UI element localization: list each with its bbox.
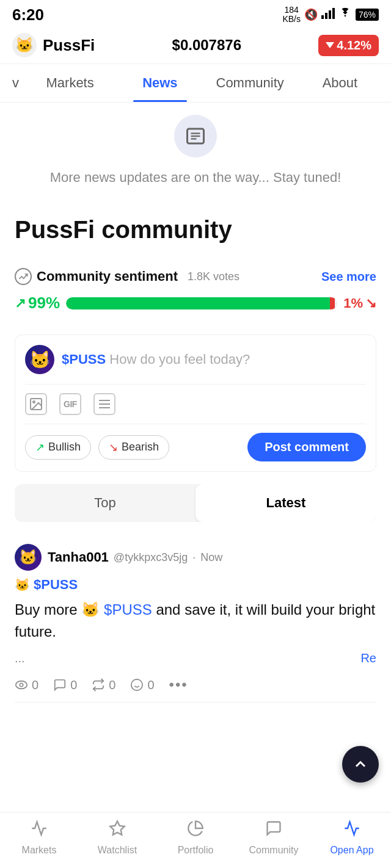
- post-tag: 🐱 $PUSS: [15, 577, 376, 593]
- more-options[interactable]: •••: [169, 676, 188, 693]
- svg-point-15: [131, 679, 142, 690]
- post-avatar: 🐱: [15, 544, 42, 571]
- bearish-icon: ↘: [109, 441, 118, 454]
- post-tools: GIF: [25, 385, 366, 424]
- image-tool-icon[interactable]: [25, 393, 47, 415]
- app-name: PussFi: [43, 36, 95, 55]
- news-empty-icon-area: [0, 103, 391, 164]
- tab-v[interactable]: v: [6, 64, 25, 102]
- sentiment-bar-row: ↗ 99% 1% ↘: [15, 294, 376, 313]
- user-avatar: 🐱: [25, 345, 54, 374]
- svg-rect-3: [332, 8, 335, 19]
- bottom-nav-watchlist[interactable]: Watchlist: [78, 820, 156, 856]
- post-header: 🐱 Tanha001 @tykkpxc3v5jg · Now: [15, 544, 376, 571]
- sentiment-left: Community sentiment 1.8K votes: [15, 268, 239, 285]
- nav-tabs: v Markets News Community About: [0, 64, 391, 103]
- post-placeholder[interactable]: $PUSS How do you feel today?: [62, 352, 366, 367]
- feed-tab-top[interactable]: Top: [15, 484, 196, 522]
- sentiment-fill: [66, 297, 335, 309]
- svg-point-13: [16, 681, 27, 689]
- portfolio-icon: [187, 820, 204, 841]
- bullish-percentage: ↗ 99%: [15, 294, 60, 313]
- svg-point-14: [20, 683, 23, 687]
- tab-community[interactable]: Community: [205, 64, 295, 102]
- logo-icon: 🐱: [12, 33, 37, 57]
- bullish-icon: ↗: [35, 441, 45, 454]
- gif-tool-icon[interactable]: GIF: [59, 393, 81, 415]
- sentiment-bar: [66, 297, 337, 309]
- change-value: 4.12%: [337, 38, 371, 52]
- mute-icon: 🔇: [304, 8, 318, 21]
- signal-icon: [321, 8, 335, 22]
- news-icon: [174, 115, 217, 157]
- svg-rect-2: [329, 10, 331, 19]
- bearish-percentage: 1% ↘: [343, 295, 376, 311]
- see-more-button[interactable]: See more: [321, 270, 376, 284]
- post-time: Now: [200, 551, 222, 564]
- post-meta: Tanha001 @tykkpxc3v5jg · Now: [48, 549, 222, 565]
- bullish-arrow-icon: ↗: [15, 295, 26, 311]
- post-tag-emoji: 🐱: [15, 577, 30, 592]
- price-down-icon: [326, 42, 334, 48]
- post-input-area: 🐱 $PUSS How do you feel today? GIF: [15, 335, 376, 472]
- community-icon: [265, 820, 282, 841]
- community-title: PussFi community: [15, 216, 376, 244]
- sentiment-card: Community sentiment 1.8K votes See more …: [15, 258, 376, 335]
- community-section: PussFi community Community sentiment 1.8…: [0, 204, 391, 825]
- post-stats: 0 0 0: [15, 670, 376, 696]
- openapp-label: Open App: [330, 845, 373, 856]
- post-item: 🐱 Tanha001 @tykkpxc3v5jg · Now 🐱 $PUSS B…: [15, 534, 376, 703]
- status-right: 184KB/s 🔇 76%: [282, 5, 379, 24]
- community-label: Community: [249, 845, 299, 856]
- post-comment-button[interactable]: Post comment: [247, 433, 366, 461]
- post-content-ticker[interactable]: $PUSS: [104, 601, 152, 618]
- sentiment-label: Community sentiment: [37, 269, 178, 284]
- bottom-nav-markets[interactable]: Markets: [0, 820, 78, 856]
- battery-icon: 76%: [356, 9, 379, 21]
- bottom-nav: Markets Watchlist Portfolio Community: [0, 812, 391, 868]
- scroll-top-button[interactable]: [342, 746, 379, 783]
- watchlist-icon: [109, 820, 126, 841]
- tab-markets[interactable]: Markets: [25, 64, 115, 102]
- bearish-button[interactable]: ↘ Bearish: [98, 435, 169, 460]
- news-message: More news updates are on the way... Stay…: [0, 164, 391, 204]
- bottom-nav-portfolio[interactable]: Portfolio: [156, 820, 235, 856]
- feed-tabs: Top Latest: [15, 484, 376, 522]
- comments-stat: 0: [53, 678, 77, 692]
- post-username: Tanha001: [48, 549, 109, 565]
- bearish-arrow-icon: ↘: [365, 295, 376, 311]
- sentiment-header: Community sentiment 1.8K votes See more: [15, 268, 376, 285]
- tab-news[interactable]: News: [115, 64, 205, 102]
- feed-tab-latest[interactable]: Latest: [196, 484, 376, 522]
- post-ticker: $PUSS: [62, 352, 106, 367]
- markets-icon: [31, 820, 48, 841]
- portfolio-label: Portfolio: [178, 845, 214, 856]
- bottom-nav-openapp[interactable]: Open App: [313, 820, 391, 856]
- bottom-nav-community[interactable]: Community: [235, 820, 313, 856]
- network-speed: 184KB/s: [282, 5, 301, 24]
- status-bar: 6:20 184KB/s 🔇 76%: [0, 0, 391, 27]
- react-button[interactable]: Re: [360, 651, 376, 665]
- svg-rect-1: [325, 13, 327, 19]
- post-handle: @tykkpxc3v5jg: [114, 551, 188, 564]
- app-logo: 🐱 PussFi: [12, 33, 95, 57]
- svg-point-9: [33, 401, 35, 403]
- sentiment-votes: 1.8K votes: [188, 270, 239, 283]
- sentiment-icon: [15, 268, 32, 285]
- price-display: $0.007876: [172, 37, 241, 54]
- reposts-stat: 0: [92, 678, 115, 692]
- change-badge: 4.12%: [318, 35, 379, 56]
- post-actions: ↗ Bullish ↘ Bearish Post comment: [25, 424, 366, 461]
- post-dot: ·: [192, 551, 196, 564]
- bullish-button[interactable]: ↗ Bullish: [25, 435, 91, 460]
- post-input-hint: How do you feel today?: [109, 352, 250, 367]
- tab-about[interactable]: About: [295, 64, 385, 102]
- post-input-row: 🐱 $PUSS How do you feel today?: [25, 345, 366, 385]
- list-tool-icon[interactable]: [93, 393, 115, 415]
- status-time: 6:20: [12, 5, 44, 24]
- post-more: ...: [15, 651, 25, 665]
- views-stat: 0: [15, 678, 38, 692]
- post-tag-ticker[interactable]: $PUSS: [34, 577, 78, 593]
- markets-label: Markets: [22, 845, 57, 856]
- wifi-icon: [338, 8, 352, 22]
